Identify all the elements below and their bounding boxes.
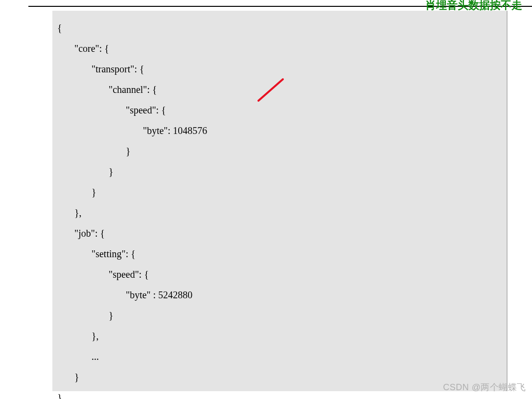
code-line: }	[57, 372, 79, 382]
code-line: }	[57, 310, 114, 321]
code-line: },	[57, 207, 82, 218]
code-line: }	[57, 166, 114, 177]
code-line: }	[57, 392, 62, 399]
csdn-watermark: CSDN @两个蝴蝶飞	[443, 381, 526, 393]
code-line: "channel": {	[57, 84, 157, 95]
json-config-code-block: { "core": { "transport": { "channel": { …	[52, 11, 508, 391]
code-line: }	[57, 146, 131, 156]
code-line: "byte" : 5242880	[57, 289, 192, 300]
code-line: }	[57, 187, 96, 198]
code-line: "setting": {	[57, 248, 136, 259]
code-line: "job": {	[57, 228, 105, 239]
code-line: "transport": {	[57, 64, 144, 74]
code-line: ...	[57, 351, 99, 362]
code-line: },	[57, 331, 99, 341]
code-line: "byte": 1048576	[57, 125, 207, 136]
code-line: "speed": {	[57, 269, 149, 280]
code-line: "core": {	[57, 43, 109, 54]
code-line: "speed": {	[57, 105, 166, 115]
code-line: {	[57, 22, 62, 33]
